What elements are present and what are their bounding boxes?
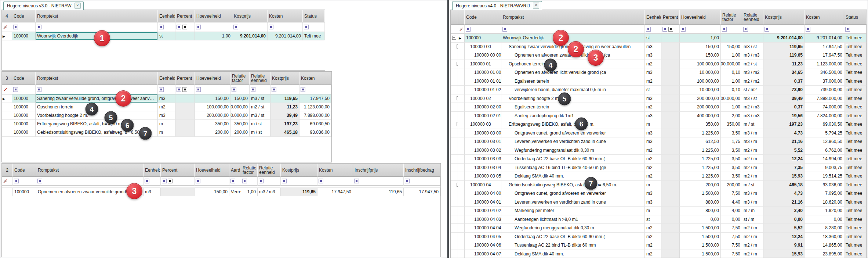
cell-releenheid[interactable]: m3 / m <box>742 189 763 198</box>
cell-kostprijs[interactable]: 197,23 <box>270 120 299 128</box>
filter-icon-code[interactable] <box>466 27 471 32</box>
cell-code[interactable]: 100000 <box>465 34 501 43</box>
table-row[interactable]: 100000 04 03Aanbrengen lichtmast h >8,0 … <box>451 215 867 224</box>
cell-status[interactable]: Telt mee <box>844 224 867 233</box>
cell-hoeveelheid[interactable]: 100.000,00 <box>680 60 721 69</box>
filter-cell-percent[interactable] <box>161 177 195 186</box>
cell-hoeveelheid[interactable]: 150,00 <box>195 94 230 103</box>
cell-relfactor[interactable]: 0,10 <box>721 68 742 77</box>
cell-ind[interactable] <box>458 215 465 224</box>
table-row[interactable]: 100000Gebiedsontsluitingsweg BIBEKO, asf… <box>2 128 331 137</box>
cell-status[interactable]: Telt mee <box>844 137 867 146</box>
filter-icon-kostprijs[interactable] <box>233 25 238 29</box>
cell-relfactor[interactable]: 3,50 <box>721 155 742 164</box>
cell-kosten[interactable]: 93.036,00 <box>805 181 844 190</box>
cell-eenheid[interactable]: m2 <box>645 241 661 250</box>
cell-ind[interactable] <box>458 112 465 121</box>
filter-icon-relfactor[interactable] <box>722 27 727 32</box>
cell-hoeveelheid[interactable]: 1,00 <box>680 34 721 43</box>
cell-relfactor[interactable]: 200,00 <box>230 128 250 137</box>
unpin-filter-button[interactable] <box>2 85 12 94</box>
filter-icon-percent[interactable] <box>177 87 181 92</box>
filter-cell-eenheid[interactable] <box>645 25 661 34</box>
column-header-kostprijs[interactable]: Kostprijs <box>270 72 299 85</box>
cell-releenheid[interactable]: m2 / m <box>742 155 763 164</box>
cell-percent[interactable] <box>661 112 680 121</box>
cell-ind[interactable] <box>458 207 465 215</box>
cell-percent[interactable] <box>661 129 680 138</box>
cell-eenheid[interactable]: m2 <box>645 146 661 155</box>
cell-kosten[interactable]: 17.947,50 <box>317 188 353 196</box>
column-header-ind[interactable]: 3 <box>2 72 12 85</box>
cell-percent[interactable] <box>661 51 680 60</box>
filter-cell-releenheid[interactable] <box>250 85 270 94</box>
cell-hoeveelheid[interactable]: 800,00 <box>680 207 721 215</box>
cell-hoeveelheid[interactable]: 1.225,00 <box>680 129 721 138</box>
filter-cell-eenheid[interactable] <box>144 177 161 186</box>
filter-cell-kosten[interactable] <box>268 22 303 32</box>
cell-ind[interactable] <box>458 164 465 172</box>
cell-romptekst[interactable]: Erftoegangsweg BIBEKO, asfalt, b= 4,50 m… <box>36 120 158 128</box>
table-row[interactable]: 100000 01 01Egaliseren terreinm2100.000,… <box>451 77 867 86</box>
unpin-filter-button[interactable] <box>2 22 12 32</box>
cell-code[interactable]: 100000 02 <box>465 94 501 103</box>
cell-relfactor[interactable]: 150,00 <box>721 43 742 51</box>
filter-cell-code[interactable] <box>465 25 501 34</box>
cell-eenheid[interactable]: m2 <box>645 164 661 172</box>
cell-ind[interactable]: ▶ <box>2 94 12 103</box>
cell-kostprijs[interactable]: 7,35 <box>763 164 805 172</box>
cell-romptekst[interactable]: Wegfundering menggranulaat dik 0,30 m <box>501 224 645 233</box>
cell-ind[interactable] <box>458 43 465 51</box>
cell-kostprijs[interactable]: 9.201.014,00 <box>232 32 268 40</box>
cell-releenheid[interactable]: m2 / m <box>742 224 763 233</box>
tab-right[interactable]: Hogere niveaus v4.0 - NIETRAWVRIJ × <box>452 1 542 10</box>
column-header-releenheid[interactable]: Relatie eenheid <box>258 164 281 177</box>
cell-ind[interactable] <box>2 120 12 128</box>
cell-releenheid[interactable]: m2 / m <box>742 146 763 155</box>
column-header-status[interactable]: Status <box>844 10 867 25</box>
cell-kosten[interactable]: 93.036,00 <box>299 128 331 137</box>
filter-cell-hoeveelheid[interactable] <box>195 177 229 186</box>
cell-relfactor[interactable]: 7,50 <box>721 241 742 250</box>
cell-kostprijs[interactable]: 39,49 <box>270 111 299 120</box>
cell-releenheid[interactable]: m2 / m <box>742 164 763 172</box>
cell-kostprijs[interactable]: 15,93 <box>763 172 805 181</box>
cell-kostprijs[interactable]: 73,90 <box>763 86 805 94</box>
table-row[interactable]: 100000 04 01Leveren,verwerken en verdich… <box>451 198 867 207</box>
cell-kosten[interactable]: 9.003,75 <box>805 164 844 172</box>
cell-releenheid[interactable]: m3 / st <box>250 94 270 103</box>
cell-percent[interactable] <box>661 77 680 86</box>
cell-percent[interactable] <box>661 43 680 51</box>
table-row[interactable]: 100000 02 01Aanleg zandophoging dik 1m1m… <box>451 112 867 121</box>
filter-icon-status[interactable] <box>845 27 850 32</box>
cell-kosten[interactable]: 5.794,25 <box>805 129 844 138</box>
cell-hoeveelheid[interactable]: 400.000,00 <box>680 112 721 121</box>
cell-eenheid[interactable]: m3 <box>645 189 661 198</box>
cell-relfactor[interactable]: 1,75 <box>721 137 742 146</box>
cell-percent[interactable] <box>175 128 195 137</box>
cell-relfactor[interactable]: 3,50 <box>721 129 742 138</box>
cell-eenheid[interactable]: m2 <box>158 103 175 111</box>
cell-kostprijs[interactable]: 465,18 <box>763 181 805 190</box>
cell-percent[interactable] <box>661 241 680 250</box>
cell-relfactor[interactable]: 7,50 <box>721 233 742 241</box>
cell-eenheid[interactable]: m2 <box>645 155 661 164</box>
cell-status[interactable]: Telt mee <box>844 172 867 181</box>
cell-percent[interactable] <box>661 155 680 164</box>
filter-icon-kosten[interactable] <box>301 87 305 92</box>
cell-status[interactable]: Telt mee <box>844 51 867 60</box>
cell-eenheid[interactable]: m3 <box>645 94 661 103</box>
table-row[interactable]: 100000 01 00Opnemen en afvoeren licht ve… <box>451 68 867 77</box>
filter-icon-kosten[interactable] <box>269 25 273 29</box>
column-header-hoeveelheid[interactable]: Hoeveelheid <box>195 72 230 85</box>
cell-relfactor[interactable]: 7,50 <box>721 224 742 233</box>
cell-kosten[interactable]: 7.898.000,00 <box>299 111 331 120</box>
cell-status[interactable]: Telt mee <box>844 250 867 258</box>
cell-romptekst[interactable]: Woonwijk Overdedijk <box>501 34 645 43</box>
filter-icon-aard[interactable] <box>230 179 235 183</box>
filter-cell-releenheid[interactable] <box>258 177 281 186</box>
cell-kosten[interactable]: 23.895,00 <box>805 250 844 258</box>
cell-relfactor[interactable]: 200,00 <box>721 181 742 190</box>
cell-hoeveelheid[interactable]: 1.500,00 <box>680 241 721 250</box>
cell-relfactor[interactable]: 0,10 <box>721 86 742 94</box>
